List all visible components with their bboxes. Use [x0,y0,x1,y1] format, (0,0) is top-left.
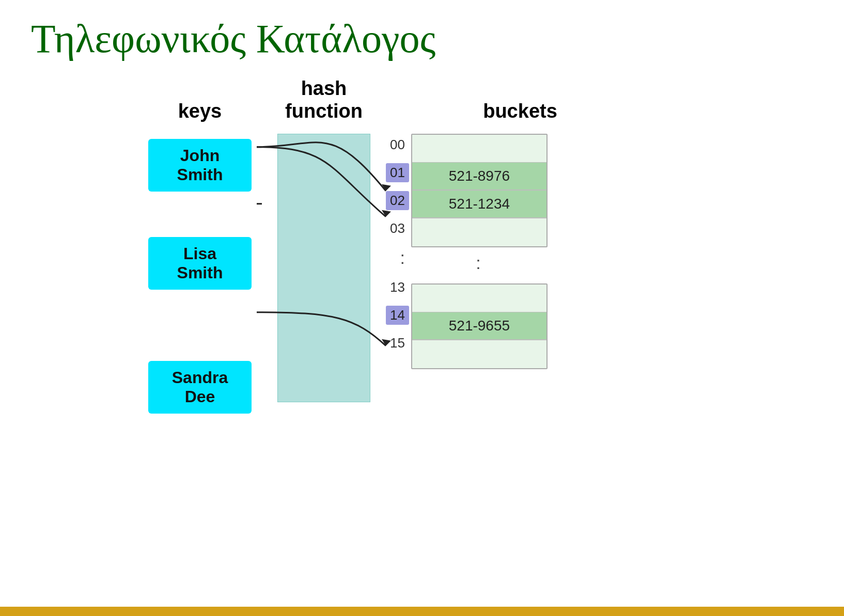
page-title: Τηλεφωνικός Κατάλογος [31,15,813,62]
diagram-area: keys hashfunction buckets John Smith Lis… [0,67,844,607]
keys-header: keys [138,100,262,122]
buckets-section: 00 01 02 03 : [386,129,548,369]
hash-column [262,129,386,402]
bucket-num-15: 15 [390,335,409,351]
hash-header: hashfunction [262,77,386,122]
bucket-numbers: 00 01 02 03 : [386,131,409,357]
bucket-num-01: 01 [386,163,409,182]
key-sandra-dee: Sandra Dee [148,361,252,414]
bucket-num-00: 00 [390,137,409,153]
bucket-num-14: 14 [386,306,409,325]
bucket-table-top: 521-8976 521-1234 [411,134,548,247]
keys-column: John Smith Lisa Smith Sandra Dee [138,129,262,433]
bucket-cell-01: 521-8976 [412,163,546,191]
bucket-cell-15 [412,340,546,368]
key-john-smith: John Smith [148,139,252,192]
bucket-cell-02: 521-1234 [412,191,546,218]
bucket-cell-14: 521-9655 [412,312,546,340]
dots-cells: : [411,247,545,278]
page-wrapper: Τηλεφωνικός Κατάλογος keys hashfunction … [0,0,844,616]
bucket-num-03: 03 [390,220,409,236]
bucket-cells: 521-8976 521-1234 : 521-9655 [411,129,548,369]
bucket-cell-00 [412,135,546,163]
hash-function-box [277,134,370,402]
bucket-table-bottom: 521-9655 [411,283,548,369]
bottom-bar [0,607,844,616]
bucket-num-13: 13 [390,279,409,295]
bucket-num-02: 02 [386,191,409,210]
key-lisa-smith: Lisa Smith [148,237,252,290]
bucket-cell-03 [412,218,546,246]
buckets-header: buckets [448,100,592,122]
dots-numbers: : [400,242,409,273]
bucket-cell-13 [412,285,546,312]
title-area: Τηλεφωνικός Κατάλογος [0,0,844,67]
